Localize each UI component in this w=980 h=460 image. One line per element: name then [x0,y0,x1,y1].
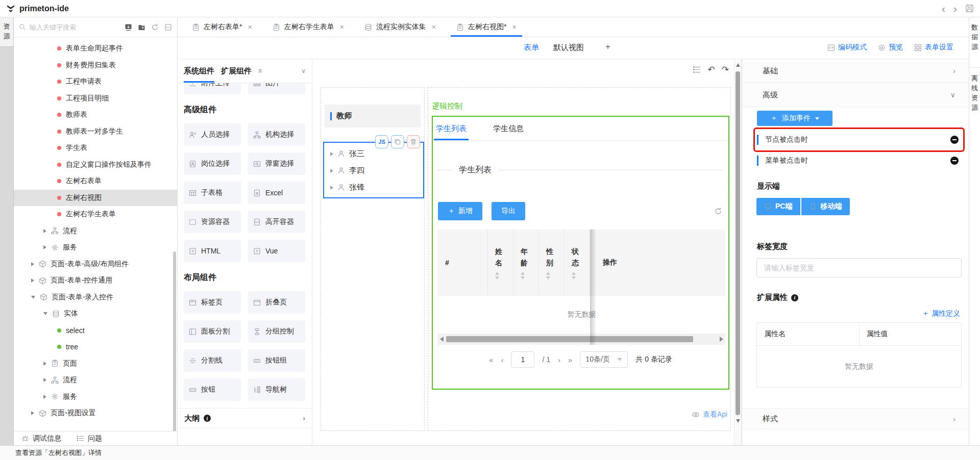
copy-button[interactable] [391,135,404,148]
view-api-link[interactable]: 查看Api [692,410,727,419]
refresh-icon[interactable] [151,23,159,31]
section-style[interactable]: 样式› [742,408,969,429]
tree-node[interactable]: 张锋 [324,179,423,196]
palette-item[interactable]: 资源容器 [184,211,241,233]
logic-control-box[interactable]: 学生列表 学生信息 学生列表 ＋新增 导出 # 姓名 年龄 性别 状态 操作 [432,116,729,390]
tree-item[interactable]: 页面-表单-高级/布局组件 [14,256,177,273]
tree-item[interactable]: 自定义窗口操作按钮及事件 [14,157,177,173]
label-width-input[interactable] [756,258,962,277]
mobile-side-button[interactable]: 移动端 [801,198,850,215]
chevron-right-icon[interactable]: › [303,414,305,422]
scrollbar-thumb[interactable] [446,336,693,342]
palette-item[interactable]: 弹窗选择 [248,152,305,175]
palette-item[interactable]: 附件上传 [184,83,241,94]
next-page-icon[interactable]: › [558,355,560,364]
last-page-icon[interactable]: » [568,355,572,364]
caret-right-icon[interactable] [43,378,46,382]
outline-tree-icon[interactable] [693,65,701,74]
collapse-all-icon[interactable] [164,23,172,31]
palette-item[interactable]: 机构选择 [248,123,305,146]
column-header-status[interactable]: 状态 [565,229,590,296]
palette-item[interactable]: BTN按钮 [184,378,241,401]
tree-item[interactable]: 表单生命周起事件 [14,40,177,57]
tab-extended-components[interactable]: 扩展组件 [221,59,252,83]
palette-item[interactable]: Excel [248,182,305,204]
palette-item[interactable]: 子表格 [184,182,241,204]
column-header-name[interactable]: 姓名 [488,229,513,296]
search-input[interactable] [30,23,96,31]
sort-icon[interactable] [572,272,582,279]
tree-item[interactable]: tree [14,339,177,355]
rail-tab-offline-resources[interactable]: 离线资源 [969,68,980,112]
tab-default-view[interactable]: 默认视图 [553,43,584,53]
tree-item[interactable]: 页面-视图设置 [14,405,177,422]
tree-item[interactable]: 教师表一对多学生 [14,123,177,140]
tree-item[interactable]: 页面-表单-录入控件 [14,289,177,306]
caret-right-icon[interactable] [43,395,46,399]
palette-item[interactable]: 导航树 [248,378,305,401]
preview-button[interactable]: 预览 [878,43,903,52]
define-property-link[interactable]: ＋属性定义 [922,309,960,318]
nav-forward-icon[interactable]: › [953,4,957,14]
palette-item[interactable]: 按钮组 [248,349,305,372]
add-event-button[interactable]: ＋添加事件 [757,111,832,126]
scrollbar-thumb[interactable] [736,71,740,415]
prev-page-icon[interactable]: ‹ [501,355,503,364]
palette-item[interactable]: 岗位选择 [184,152,241,175]
tree-item[interactable]: 工程项目明细 [14,90,177,107]
tab-student-list[interactable]: 学生列表 [434,117,469,140]
palette-item[interactable]: 人员选择 [184,123,241,146]
event-node-clicked[interactable]: 节点被点击时 [757,132,961,147]
canvas-vertical-scrollbar[interactable] [734,59,742,445]
problems-button[interactable]: 问题 [77,434,102,443]
tree-item[interactable]: 左树右学生表单 [14,206,177,223]
section-advanced[interactable]: 高级∨ [742,83,969,107]
palette-item[interactable]: 图片 [248,83,305,94]
delete-button[interactable] [407,135,420,148]
tree-item[interactable]: 页面 [14,355,177,372]
nav-back-icon[interactable]: ‹ [942,4,945,14]
caret-right-icon[interactable] [330,186,333,190]
scroll-up-icon[interactable] [736,63,740,67]
caret-down-icon[interactable] [31,296,35,299]
close-icon[interactable]: × [432,23,436,31]
tab-form[interactable]: 表单 [524,43,539,53]
redo-icon[interactable]: ↷ [722,64,729,75]
caret-right-icon[interactable] [330,169,333,173]
rail-tab-resources[interactable]: 资源 [0,17,13,47]
tab-system-components[interactable]: 系统组件 [184,59,214,83]
first-page-icon[interactable]: « [489,355,493,364]
sort-icon[interactable] [495,272,506,279]
section-basic[interactable]: 基础› [742,59,969,83]
page-size-select[interactable]: 10条/页 [580,351,628,368]
tree-item[interactable]: 实体 [14,305,177,322]
column-header-index[interactable]: # [438,229,488,296]
tree-node[interactable]: 李四 [324,162,423,179]
new-folder-icon[interactable] [138,23,145,31]
chevron-down-icon[interactable]: ∨ [301,67,306,74]
caret-right-icon[interactable] [31,262,34,266]
page-number-input[interactable] [511,351,534,368]
close-icon[interactable]: × [340,23,344,31]
rail-tab-datasource[interactable]: 数据源 [969,17,980,68]
scroll-right-icon[interactable] [720,337,723,342]
scroll-left-icon[interactable] [440,337,444,342]
add-row-button[interactable]: ＋新增 [438,202,482,220]
column-header-age[interactable]: 年龄 [513,229,539,296]
caret-down-icon[interactable] [43,312,47,315]
export-button[interactable]: 导出 [492,202,525,220]
tree-item[interactable]: 页面-表单-控件通用 [14,272,177,289]
selected-tree-component[interactable]: 张三 李四 张锋 [323,142,424,198]
tree-item[interactable]: 财务费用归集表 [14,57,177,74]
tab-student-info[interactable]: 学生信息 [491,117,526,140]
tree-item[interactable]: 流程 [14,223,177,240]
tree-item[interactable]: 流程 [14,372,177,389]
caret-right-icon[interactable] [31,411,34,415]
pc-side-button[interactable]: PC端 [756,198,800,215]
outline-section[interactable]: 大纲 i › [178,408,312,428]
tree-item[interactable]: 学生表 [14,140,177,157]
caret-right-icon[interactable] [330,152,333,156]
editor-tab[interactable]: 左树右学生表单× [265,17,351,37]
js-event-button[interactable]: JS [375,135,388,148]
tree-widget[interactable]: 教师 张三 李四 张锋 JS [321,87,425,431]
